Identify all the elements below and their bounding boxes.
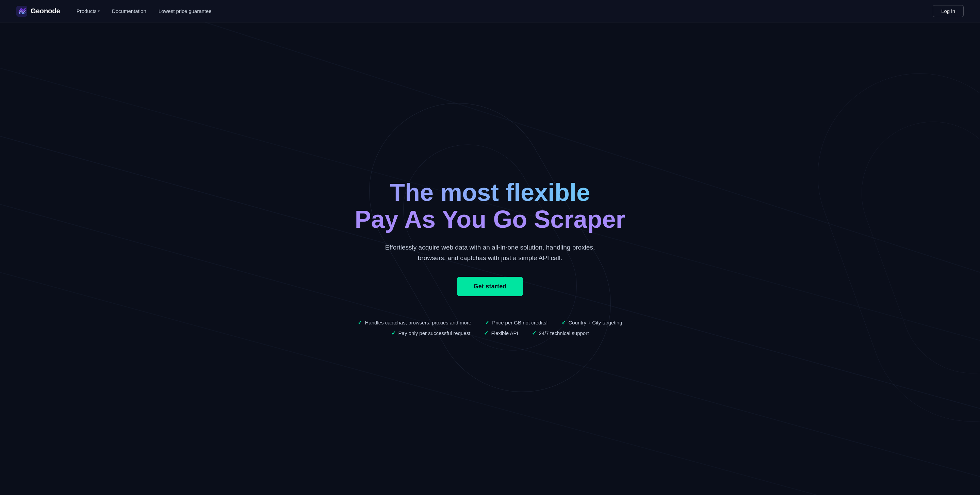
check-icon-1: ✓ [358,319,362,326]
check-icon-2: ✓ [485,319,489,326]
hero-section: The most flexible Pay As You Go Scraper … [0,0,980,495]
geonode-logo-icon [16,6,27,17]
navbar: Geonode Products ▾ Documentation Lowest … [0,0,980,22]
feature-text-2: Price per GB not credits! [492,320,547,325]
lowest-price-link[interactable]: Lowest price guarantee [159,8,212,14]
feature-text-6: 24/7 technical support [539,330,589,336]
feature-text-5: Flexible API [491,330,518,336]
products-link[interactable]: Products ▾ [76,8,100,14]
login-button[interactable]: Log in [933,5,964,17]
features-row: ✓ Handles captchas, browsers, proxies an… [337,319,643,336]
products-label: Products [76,8,97,14]
nav-item-documentation[interactable]: Documentation [112,8,146,14]
feature-item-6: ✓ 24/7 technical support [532,330,589,336]
hero-content: The most flexible Pay As You Go Scraper … [337,179,643,336]
feature-text-4: Pay only per successful request [398,330,471,336]
hero-title-line1: The most flexible [337,179,643,206]
nav-left: Geonode Products ▾ Documentation Lowest … [16,6,212,17]
check-icon-6: ✓ [532,330,536,336]
chevron-down-icon: ▾ [98,9,100,13]
nav-item-lowest-price[interactable]: Lowest price guarantee [159,8,212,14]
check-icon-4: ✓ [391,330,396,336]
hero-subtitle: Effortlessly acquire web data with an al… [374,242,606,263]
nav-links: Products ▾ Documentation Lowest price gu… [76,8,212,14]
oval-right-small-decoration [842,102,980,393]
logo[interactable]: Geonode [16,6,60,17]
get-started-button[interactable]: Get started [457,277,523,296]
oval-right-large-decoration [789,45,980,450]
feature-item-3: ✓ Country + City targeting [562,319,622,326]
feature-item-4: ✓ Pay only per successful request [391,330,471,336]
feature-item-2: ✓ Price per GB not credits! [485,319,547,326]
feature-text-1: Handles captchas, browsers, proxies and … [365,320,471,325]
check-icon-5: ✓ [484,330,488,336]
check-icon-3: ✓ [562,319,566,326]
logo-text: Geonode [30,7,60,15]
documentation-link[interactable]: Documentation [112,8,146,14]
feature-item-5: ✓ Flexible API [484,330,518,336]
feature-text-3: Country + City targeting [569,320,622,325]
feature-item-1: ✓ Handles captchas, browsers, proxies an… [358,319,471,326]
nav-item-products[interactable]: Products ▾ [76,8,100,14]
hero-title-line2: Pay As You Go Scraper [337,206,643,233]
hero-title: The most flexible Pay As You Go Scraper [337,179,643,233]
